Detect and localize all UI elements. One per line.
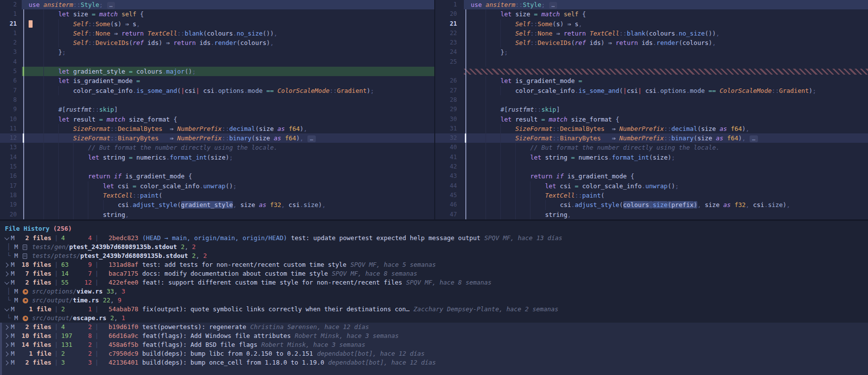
token: . — [199, 182, 203, 190]
code-line[interactable]: 18 TextCell::paint( — [0, 191, 434, 200]
fold-indicator-icon[interactable]: … — [549, 2, 558, 9]
code-line[interactable]: 2 Self::DeviceIDs(ref ids) ⇒ return ids.… — [0, 38, 434, 47]
commit-file-row[interactable]: │Msrc/options/view.rs33, 3 — [0, 287, 868, 296]
code-line[interactable]: 1 Self::None ⇒ return TextCell::blank(co… — [0, 29, 434, 38]
chevron-right-icon[interactable] — [0, 352, 11, 356]
code-line[interactable]: 2use ansiterm::Style;… — [0, 0, 434, 9]
commit-file-row[interactable]: └Msrc/output/time.rs22, 9 — [0, 296, 868, 305]
code-line[interactable]: 10 let result = match size_format { — [0, 115, 434, 124]
code-line[interactable]: 9 #[rustfmt::skip] — [0, 105, 434, 114]
chevron-down-icon[interactable] — [0, 281, 11, 285]
file-name[interactable]: escape.rs — [73, 314, 107, 323]
code-line[interactable]: 45 TextCell::paint( — [435, 191, 868, 200]
code-line[interactable]: 20 string, — [0, 210, 434, 219]
chevron-right-icon[interactable] — [0, 334, 11, 338]
commit-hash[interactable]: baca7175 — [109, 269, 138, 278]
code-line[interactable]: 13 // But format the number directly usi… — [0, 143, 434, 152]
code-line[interactable]: 23 Self::DeviceIDs(ref ids) ⇒ return ids… — [435, 38, 868, 47]
indent-guide — [88, 200, 88, 209]
commit-row[interactable]: M2 files|5512|422efee0feat!: support dif… — [0, 278, 868, 287]
commit-row[interactable]: M1 file|21|54abab78fix(output): quote sy… — [0, 305, 868, 314]
code-line[interactable]: 17 let csi = color_scale_info.unwrap(); — [0, 181, 434, 191]
commit-hash[interactable]: 422efee0 — [109, 278, 138, 287]
commit-hash[interactable]: b19d61f0 — [109, 323, 138, 332]
code-line[interactable]: 26 let is_gradient_mode = — [435, 76, 868, 85]
code-line[interactable]: 14 let string = numerics.format_int(size… — [0, 153, 434, 162]
commit-row[interactable]: M1 file|22|c7950dc9build(deps): bump lib… — [0, 349, 868, 358]
commit-hash[interactable]: 458a6f5b — [109, 340, 138, 349]
code-line[interactable]: 43 return if is_gradient_mode { — [435, 171, 868, 181]
commit-hash[interactable]: 42136401 — [109, 358, 138, 367]
code-line[interactable]: 27 color_scale_info.is_some_and(|csi| cs… — [435, 86, 868, 95]
code-line[interactable]: 21 Self::Some(s) ⇒ s, — [435, 19, 868, 29]
fold-indicator-icon[interactable]: … — [107, 2, 115, 9]
code-line[interactable]: 40 // But format the number directly usi… — [435, 143, 868, 152]
code-line[interactable]: 3 }; — [0, 47, 434, 57]
code-line[interactable]: 11 SizeFormat::DecimalBytes ⇒ NumberPref… — [0, 124, 434, 133]
code-line[interactable]: 24 }; — [435, 47, 868, 57]
code-line[interactable]: 25 — [435, 57, 868, 67]
indent-guide — [43, 115, 44, 124]
commit-row[interactable]: M2 files|33|42136401build(deps): bump on… — [0, 358, 868, 367]
chevron-right-icon[interactable] — [0, 326, 11, 329]
commit-hash[interactable]: 66d16a9c — [109, 332, 138, 340]
commit-hash[interactable]: 2bedc823 — [109, 234, 138, 243]
chevron-right-icon[interactable] — [0, 263, 11, 267]
chevron-right-icon[interactable] — [0, 272, 11, 276]
code-line[interactable]: 15 — [0, 162, 434, 171]
commit-row[interactable]: M7 files|147|baca7175docs: modify docume… — [0, 269, 868, 278]
code-line[interactable]: 1use ansiterm::Style;… — [435, 0, 868, 9]
commit-row[interactable]: M14 files|1312|458a6f5bfeat(flags): Add … — [0, 340, 868, 349]
chevron-right-icon[interactable] — [0, 343, 11, 347]
indent-guide — [43, 124, 44, 133]
code-line[interactable]: 19 csi.adjust_style(gradient_style, size… — [0, 200, 434, 209]
commit-file-row[interactable]: └Mtests/ptests/ptest_2439b7d68089135b.st… — [0, 251, 868, 260]
removed-hatch — [464, 67, 868, 76]
chevron-down-icon[interactable] — [0, 237, 11, 240]
file-name[interactable]: view.rs — [76, 287, 103, 296]
code-line[interactable]: 6 let is_gradient_mode = — [0, 76, 434, 85]
commit-hash[interactable]: 54abab78 — [109, 305, 138, 314]
code-line[interactable]: 5 let gradient_style = colours.major(); — [0, 67, 434, 76]
code-line[interactable]: 16 return if is_gradient_mode { — [0, 171, 434, 181]
code-line[interactable]: 30 let result = match size_format { — [435, 115, 868, 124]
fold-indicator-icon[interactable]: … — [307, 135, 316, 142]
commit-row[interactable]: M10 files|1978|66d16a9cfeat(flags): Add … — [0, 332, 868, 340]
chevron-down-icon[interactable] — [0, 308, 11, 311]
token: { — [631, 172, 635, 180]
chevron-right-icon[interactable] — [0, 361, 11, 365]
code-line[interactable]: 21 Self::Some(s) ⇒ s, — [0, 19, 434, 29]
commit-hash[interactable]: c7950dc9 — [109, 349, 138, 358]
code-line[interactable]: 28 — [435, 95, 868, 105]
file-name[interactable]: ptest_2439b7d68089135b.stdout — [69, 243, 177, 251]
commit-file-row[interactable]: └Msrc/output/escape.rs2, 1 — [0, 314, 868, 323]
code-line[interactable]: 44 let csi = color_scale_info.unwrap(); — [435, 181, 868, 191]
code-line[interactable]: 41 let string = numerics.format_int(size… — [435, 153, 868, 162]
removed-line-placeholder[interactable] — [435, 67, 868, 76]
code-line[interactable]: 31 SizeFormat::DecimalBytes ⇒ NumberPref… — [435, 124, 868, 133]
commit-hash[interactable]: 131ad8af — [109, 260, 138, 269]
token: :: — [530, 20, 537, 28]
code-line[interactable]: 46 csi.adjust_style(colours.size(prefix)… — [435, 200, 868, 209]
commit-file-row[interactable]: │Mtests/gen/ptest_2439b7d68089135b.stdou… — [0, 243, 868, 251]
code-line[interactable]: 12 SizeFormat::BinaryBytes ⇒ NumberPrefi… — [0, 133, 434, 143]
code-line[interactable]: 22 Self::None ⇒ return TextCell::blank(c… — [435, 29, 868, 38]
file-name[interactable]: time.rs — [73, 296, 99, 305]
fold-indicator-icon[interactable]: … — [750, 135, 758, 142]
line-number: 43 — [435, 171, 464, 181]
commit-row[interactable]: M18 files|639|131ad8aftest: add tests fo… — [0, 260, 868, 269]
code-line[interactable]: 20 let size = match self { — [435, 9, 868, 19]
code-line[interactable]: 1 let size = match self { — [0, 9, 434, 19]
code-line[interactable]: 7 color_scale_info.is_some_and(|csi| csi… — [0, 86, 434, 95]
commit-row[interactable]: M2 files|42|b19d61f0test(powertests): re… — [0, 323, 868, 332]
code-line[interactable]: 32 SizeFormat::BinaryBytes ⇒ NumberPrefi… — [435, 133, 868, 143]
commit-row[interactable]: M2 files|44|2bedc823(HEAD → main, origin… — [0, 234, 868, 243]
file-name[interactable]: ptest_2439b7d68089135b.stdout — [80, 251, 188, 260]
code-line[interactable]: 42 — [435, 162, 868, 171]
token — [471, 211, 545, 218]
code-line[interactable]: 4 — [0, 57, 434, 67]
line-number: 21 — [435, 19, 464, 29]
code-line[interactable]: 47 string, — [435, 210, 868, 219]
code-line[interactable]: 8 — [0, 95, 434, 105]
code-line[interactable]: 29 #[rustfmt::skip] — [435, 105, 868, 114]
